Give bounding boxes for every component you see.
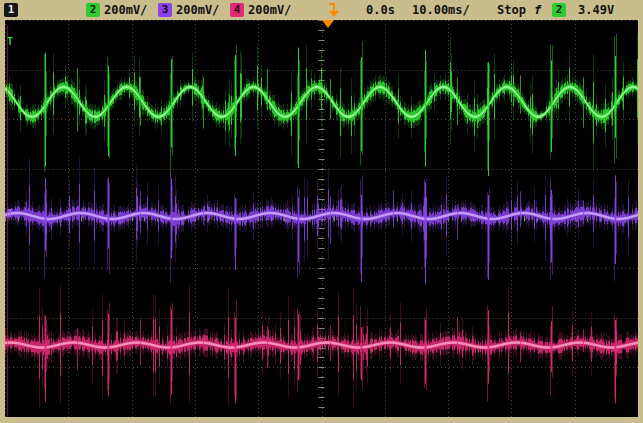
channel1-indicator: 1 bbox=[4, 3, 18, 17]
status-bar: 1 2 200mV/ 3 200mV/ 4 200mV/ 0.0s 10.00m… bbox=[0, 0, 643, 20]
channel4-scale: 200mV/ bbox=[248, 3, 291, 17]
trigger-level-readout: 3.49V bbox=[578, 3, 614, 17]
trigger-slope-icon: f bbox=[534, 3, 541, 17]
waveform-display bbox=[5, 20, 638, 417]
trigger-source-indicator: 2 bbox=[552, 3, 566, 17]
channel3-scale: 200mV/ bbox=[176, 3, 219, 17]
delay-readout: 0.0s bbox=[366, 3, 395, 17]
timebase-readout: 10.00ms/ bbox=[412, 3, 470, 17]
scope-graticule-area: T T bbox=[5, 20, 638, 417]
channel2-indicator: 2 bbox=[86, 3, 100, 17]
channel3-indicator: 3 bbox=[158, 3, 172, 17]
acquisition-state: Stop bbox=[497, 3, 526, 17]
trigger-level-marker-icon: T bbox=[7, 37, 13, 47]
oscilloscope-screen: 1 2 200mV/ 3 200mV/ 4 200mV/ 0.0s 10.00m… bbox=[0, 0, 643, 423]
trigger-time-marker-icon bbox=[328, 3, 340, 17]
trigger-position-arrow-icon bbox=[322, 20, 334, 28]
channel4-indicator: 4 bbox=[230, 3, 244, 17]
channel2-scale: 200mV/ bbox=[104, 3, 147, 17]
channel3-ground-marker-icon: T bbox=[7, 209, 13, 219]
